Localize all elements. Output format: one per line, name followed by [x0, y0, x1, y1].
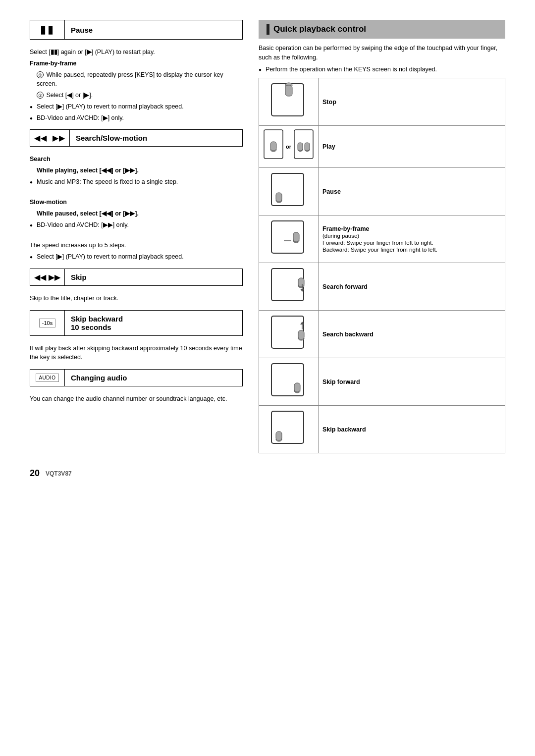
play-gesture-svg-2 [293, 129, 314, 164]
table-row: Frame-by-frame (during pause)Forward: Sw… [259, 216, 505, 263]
svg-rect-27 [294, 383, 300, 392]
skip-backward-title: Skip backward 10 seconds [65, 311, 129, 335]
pause-body: Select [▮▮] again or [▶] (PLAY) to resta… [30, 45, 243, 129]
page-layout: ▮▮ Pause Select [▮▮] again or [▶] (PLAY)… [30, 20, 505, 453]
gesture-cell-play: or [259, 126, 319, 168]
page-footer: 20 VQT3V87 [30, 468, 505, 479]
pause-gesture-svg [267, 171, 311, 211]
svg-rect-8 [298, 143, 303, 151]
label-cell-stop: Stop [319, 78, 505, 126]
qpc-header: Quick playback control [259, 20, 505, 39]
pause-bullet-2: BD-Video and AVCHD: [▶] only. [30, 113, 243, 123]
search-icon-cell: ◀◀ ▶▶ [30, 130, 70, 146]
pause-icon-cell: ▮▮ [30, 20, 65, 39]
svg-rect-13 [276, 193, 282, 202]
label-cell-fbf: Frame-by-frame (during pause)Forward: Sw… [319, 216, 505, 263]
label-cell-skipb: Skip backward [319, 406, 505, 453]
skip-icon: ◀◀ ▶▶ [34, 272, 60, 282]
or-separator: or [286, 144, 291, 150]
skip-backward-label: Skip backward [322, 426, 366, 433]
svg-rect-19 [298, 278, 304, 287]
pause-qpc-label: Pause [322, 188, 341, 195]
skip-icon-cell: ◀◀ ▶▶ [30, 269, 65, 285]
table-row: or Play [259, 126, 505, 168]
svg-rect-6 [294, 130, 313, 159]
search-title: Search/Slow-motion [70, 130, 153, 146]
frame-by-frame-heading: Frame-by-frame [30, 59, 243, 68]
label-cell-pause: Pause [319, 168, 505, 216]
search-backward-gesture-svg [267, 314, 311, 353]
skip-title: Skip [65, 269, 93, 285]
pause-step-1: ① While paused, repeatedly press [KEYS] … [30, 70, 243, 89]
skip-backward-icon: -10s [39, 319, 55, 327]
audio-icon: AUDIO [36, 374, 58, 382]
qpc-title-text: Quick playback control [273, 24, 366, 34]
gesture-table: Stop or [259, 78, 505, 453]
svg-rect-30 [276, 432, 282, 440]
svg-rect-5 [270, 142, 276, 151]
left-column: ▮▮ Pause Select [▮▮] again or [▶] (PLAY)… [30, 20, 243, 411]
slow-motion-bullet-1: BD-Video and AVCHD: [▶▶] only. [30, 220, 243, 230]
svg-rect-2 [285, 85, 292, 96]
stop-label: Stop [322, 99, 336, 106]
skip-section: ◀◀ ▶▶ Skip [30, 269, 243, 286]
table-row: Pause [259, 168, 505, 216]
skip-backward-body: It will play back after skipping backwar… [30, 341, 243, 370]
label-cell-skipf: Skip forward [319, 358, 505, 406]
slow-motion-heading: Slow-motion [30, 198, 243, 207]
qpc-title-bar [267, 24, 269, 35]
pause-section: ▮▮ Pause [30, 20, 243, 40]
skip-backward-icon-cell: -10s [30, 311, 65, 335]
skip-backward-section: -10s Skip backward 10 seconds [30, 310, 243, 336]
stop-gesture-svg [267, 81, 311, 121]
gesture-cell-sf [259, 263, 319, 311]
table-row: Search backward [259, 311, 505, 358]
search-forward-label: Search forward [322, 283, 368, 290]
gesture-cell-pause [259, 168, 319, 216]
label-cell-sb: Search backward [319, 311, 505, 358]
right-column: Quick playback control Basic operation c… [259, 20, 505, 453]
pause-step-2: ② Select [◀] or [▶]. [30, 91, 243, 100]
table-row: Search forward [259, 263, 505, 311]
fbf-sublabel: (during pause)Forward: Swipe your finger… [322, 233, 437, 253]
search-heading: Search [30, 155, 243, 164]
skip-forward-gesture-svg [267, 361, 311, 401]
svg-rect-16 [293, 232, 299, 242]
table-row: Stop [259, 78, 505, 126]
version-text: VQT3V87 [46, 470, 72, 477]
skip-backward-gesture-svg [267, 409, 311, 448]
audio-icon-cell: AUDIO [30, 370, 65, 386]
svg-rect-10 [305, 143, 310, 151]
play-gesture-svg-1 [263, 129, 284, 164]
pause-icon: ▮▮ [40, 23, 55, 36]
gesture-cell-stop [259, 78, 319, 126]
audio-text-1: You can change the audio channel number … [30, 394, 243, 404]
speed-steps-text: The speed increases up to 5 steps. [30, 241, 243, 250]
skip-forward-label: Skip forward [322, 378, 360, 385]
gesture-cell-fbf [259, 216, 319, 263]
play-label: Play [322, 143, 335, 150]
gesture-cell-skipb [259, 406, 319, 453]
table-row: Skip forward [259, 358, 505, 406]
page-number: 20 [30, 468, 40, 479]
label-cell-sf: Search forward [319, 263, 505, 311]
search-section: ◀◀ ▶▶ Search/Slow-motion [30, 129, 243, 147]
qpc-intro-line1: Basic operation can be performed by swip… [259, 44, 505, 62]
search-while-playing: While playing, select [◀◀] or [▶▶]. [30, 166, 243, 175]
search-body: Search While playing, select [◀◀] or [▶▶… [30, 152, 243, 269]
gesture-cell-skipf [259, 358, 319, 406]
fbf-label: Frame-by-frame [322, 225, 369, 232]
audio-section: AUDIO Changing audio [30, 369, 243, 386]
gesture-cell-sb [259, 311, 319, 358]
pause-text-1: Select [▮▮] again or [▶] (PLAY) to resta… [30, 48, 243, 57]
search-bullet-1: Music and MP3: The speed is fixed to a s… [30, 177, 243, 187]
qpc-intro: Basic operation can be performed by swip… [259, 44, 505, 74]
speed-bullet-1: Select [▶] (PLAY) to revert to normal pl… [30, 252, 243, 262]
qpc-intro-bullet: Perform the operation when the KEYS scre… [259, 65, 505, 74]
svg-rect-23 [298, 330, 304, 339]
fbf-gesture-svg [267, 218, 311, 258]
search-slow-icon: ◀◀ ▶▶ [34, 133, 65, 143]
audio-title: Changing audio [65, 370, 133, 386]
pause-bullet-1: Select [▶] (PLAY) to revert to normal pl… [30, 102, 243, 111]
skip-backward-text-1: It will play back after skipping backwar… [30, 344, 243, 363]
